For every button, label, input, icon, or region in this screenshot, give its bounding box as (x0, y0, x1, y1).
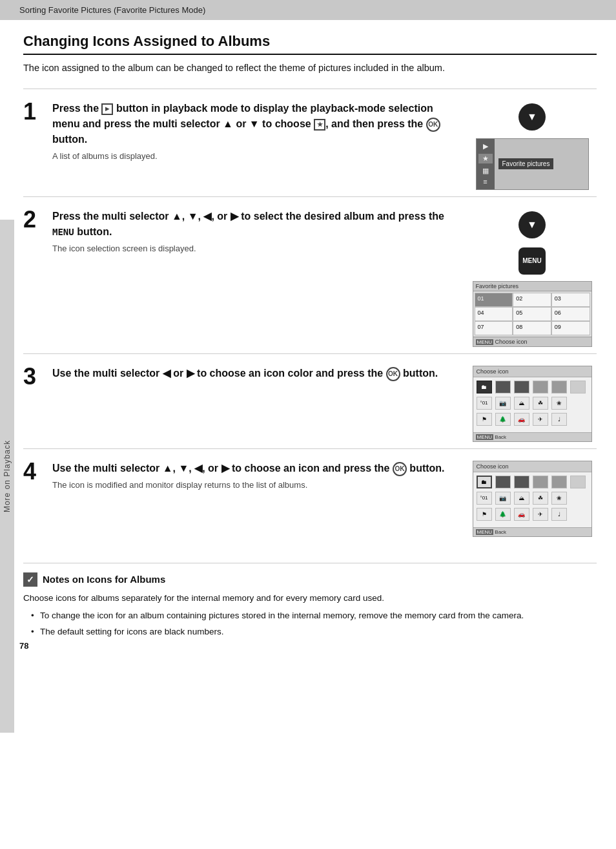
step-1-number: 1 (23, 98, 52, 125)
or-text-2: or (217, 211, 227, 222)
icon-color-row-4: 🖿 (477, 476, 588, 488)
icon-01-4: °01 (477, 492, 492, 505)
step-4-number: 4 (23, 458, 52, 485)
icon-music-4: ♩ (551, 508, 567, 521)
album-grid-header: Favorite pictures (473, 282, 591, 291)
icon-color-med2-3 (551, 381, 567, 393)
page-title: Changing Icons Assigned to Albums (23, 33, 597, 55)
icon-car-4: 🚗 (514, 508, 529, 521)
icon-flag-4: ⚑ (477, 508, 492, 521)
step-2-note: The icon selection screen is displayed. (52, 244, 461, 253)
icon-flower-3: ❀ (551, 397, 567, 410)
menu-key-footer: MENU (476, 339, 494, 345)
icon-color-dark1-4 (495, 476, 511, 488)
notes-item-1: To change the icon for an album containi… (30, 609, 597, 623)
notes-list: To change the icon for an album containi… (23, 609, 597, 639)
icon-color-sel-4: 🖿 (477, 476, 492, 488)
step-1-instruction: Press the ▶ button in playback mode to d… (52, 101, 461, 147)
icon-01-3: °01 (477, 397, 492, 410)
album-grid-screen: Favorite pictures 01 02 03 04 05 06 07 0… (473, 281, 592, 347)
menu-button-label: MENU (52, 227, 74, 237)
menu-icon-star: ★ (478, 154, 493, 163)
arrow-down-2: ▼ (188, 211, 198, 222)
icon-color-light1-3 (570, 381, 586, 393)
menu-icon-play: ▶ (483, 143, 488, 150)
album-cell-03: 03 (551, 293, 590, 307)
menu-content-selected: Favorite pictures (498, 158, 554, 169)
choose-icon-footer-4: MENU Back (473, 527, 591, 536)
icon-car-3: 🚗 (514, 413, 529, 426)
page-number: 78 (19, 641, 28, 651)
choose-icon-header-4: Choose icon (473, 461, 591, 472)
menu-key-3: MENU (476, 434, 494, 440)
top-bar: Sorting Favorite Pictures (Favorite Pict… (0, 0, 616, 20)
album-cell-08: 08 (513, 321, 551, 335)
step-1-row: 1 Press the ▶ button in playback mode to… (23, 89, 597, 196)
icon-clover-3: ☘ (533, 397, 548, 410)
step-4-image: Choose icon 🖿 °01 📷 ⛰ (467, 461, 597, 537)
menu-icon-list: ≡ (483, 178, 487, 185)
album-cell-05: 05 (513, 307, 551, 321)
down-arrow-button-1: ▼ (518, 103, 546, 131)
step-2-body: Press the multi selector ▲, ▼, ◀, or ▶ t… (52, 209, 467, 253)
choose-icon-header-3: Choose icon (473, 366, 591, 377)
icon-grid-area-4: 🖿 °01 📷 ⛰ ☘ ❀ (473, 472, 591, 527)
icon-mountain-3: ⛰ (514, 397, 529, 410)
menu-content: Favorite pictures (495, 139, 588, 189)
arrow-up-1: ▲ (223, 118, 233, 129)
notes-section: ✓ Notes on Icons for Albums Choose icons… (23, 563, 597, 639)
icon-plane-4: ✈ (533, 508, 548, 521)
icon-tree-3: 🌲 (495, 413, 511, 426)
down-arrow-button-2: ▼ (518, 211, 546, 238)
icon-color-med1-3 (533, 381, 548, 393)
footer-back-4: Back (495, 529, 506, 535)
notes-item-2: The default setting for icons are black … (30, 625, 597, 639)
step-3-body: Use the multi selector ◀ or ▶ to choose … (52, 366, 467, 385)
icon-flag-3: ⚑ (477, 413, 492, 426)
ok-button-1: OK (426, 118, 440, 132)
icon-color-row-3: 🖿 (477, 381, 588, 393)
icon-color-med2-4 (551, 476, 567, 488)
icon-cam-4: 📷 (495, 492, 511, 505)
icon-grid-area-3: 🖿 °01 📷 ⛰ ☘ ❀ (473, 377, 591, 432)
step-1-note: A list of albums is displayed. (52, 151, 461, 161)
menu-key-4: MENU (476, 529, 494, 535)
icon-color-dark2-4 (514, 476, 529, 488)
arrow-up-2: ▲ (172, 211, 182, 222)
arrow-up-4: ▲ (163, 463, 173, 474)
icon-music-3: ♩ (551, 413, 567, 426)
ok-button-4: OK (393, 462, 407, 476)
icon-plane-3: ✈ (533, 413, 548, 426)
step-4-body: Use the multi selector ▲, ▼, ◀, or ▶ to … (52, 461, 467, 490)
icon-cam-3: 📷 (495, 397, 511, 410)
star-icon: ★ (314, 119, 325, 131)
icon-row2-3: ⚑ 🌲 🚗 ✈ ♩ (477, 413, 588, 426)
step-4-instruction: Use the multi selector ▲, ▼, ◀, or ▶ to … (52, 461, 461, 476)
arrow-left-3: ◀ (163, 368, 170, 379)
icon-row2-4: ⚑ 🌲 🚗 ✈ ♩ (477, 508, 588, 521)
arrow-left-2: ◀ (203, 211, 211, 222)
or-text-3: or (173, 368, 183, 379)
arrow-right-2: ▶ (231, 211, 238, 222)
arrow-right-4: ▶ (221, 463, 229, 474)
album-grid: 01 02 03 04 05 06 07 08 09 (473, 291, 591, 337)
icon-mountain-4: ⛰ (514, 492, 529, 505)
step-3-instruction: Use the multi selector ◀ or ▶ to choose … (52, 366, 461, 381)
or-text-1: or (236, 118, 246, 129)
play-button-icon: ▶ (101, 103, 113, 115)
icon-color-dark1-3 (495, 381, 511, 393)
step-1-image: ▼ ▶ ★ ▦ ≡ Favorite pictures (467, 101, 597, 190)
notes-check-icon: ✓ (23, 572, 37, 587)
step-2-image: ▼ MENU Favorite pictures 01 02 03 04 05 … (467, 209, 597, 347)
arrow-right-3: ▶ (187, 368, 194, 379)
album-cell-09: 09 (551, 321, 590, 335)
footer-back-3: Back (495, 434, 506, 440)
choose-icon-footer-3: MENU Back (473, 432, 591, 441)
icon-color-med1-4 (533, 476, 548, 488)
step-4-row: 4 Use the multi selector ▲, ▼, ◀, or ▶ t… (23, 448, 597, 543)
icon-tree-4: 🌲 (495, 508, 511, 521)
album-cell-02: 02 (513, 293, 551, 307)
step-3-number: 3 (23, 363, 52, 390)
icon-row1-3: °01 📷 ⛰ ☘ ❀ (477, 397, 588, 410)
playback-menu-screen: ▶ ★ ▦ ≡ Favorite pictures (476, 138, 589, 190)
